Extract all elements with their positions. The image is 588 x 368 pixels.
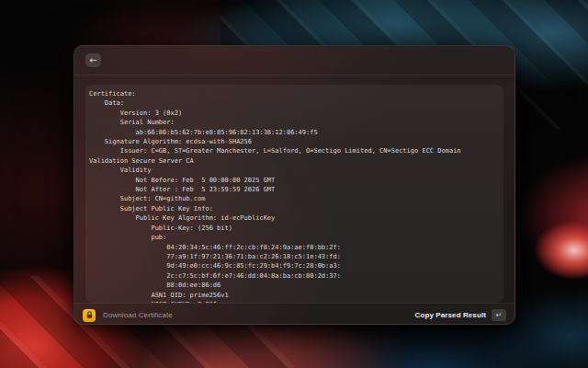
lock-glyph — [85, 311, 94, 319]
primary-action[interactable]: Download Certificate — [83, 309, 173, 322]
download-certificate-label: Download Certificate — [103, 311, 173, 319]
action-bar: Download Certificate Copy Parsed Result … — [74, 303, 514, 325]
back-arrow-icon: ← — [89, 54, 96, 67]
copy-parsed-result-label: Copy Parsed Result — [415, 311, 486, 319]
certificate-detail-panel[interactable]: Certificate: Data: Version: 3 (0x2) Seri… — [85, 85, 503, 303]
back-button[interactable]: ← — [85, 53, 101, 67]
window-titlebar: ← — [74, 46, 514, 75]
copy-parsed-result-action[interactable]: Copy Parsed Result ↵ — [415, 309, 506, 321]
certificate-viewer-window: ← Certificate: Data: Version: 3 (0x2) Se… — [74, 45, 515, 325]
enter-key-badge: ↵ — [492, 309, 506, 321]
certificate-text: Certificate: Data: Version: 3 (0x2) Seri… — [89, 89, 496, 303]
lock-icon — [83, 309, 96, 322]
return-key-icon: ↵ — [496, 309, 503, 321]
